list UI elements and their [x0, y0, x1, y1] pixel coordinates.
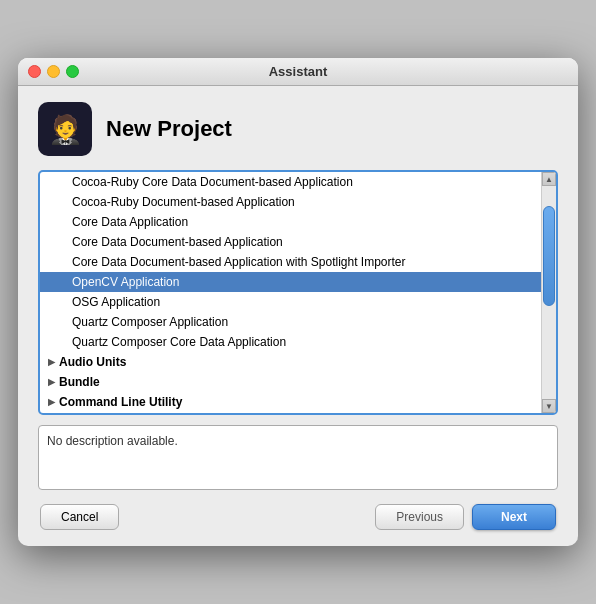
- list-item[interactable]: Cocoa-Ruby Core Data Document-based Appl…: [40, 172, 541, 192]
- collapse-icon: ▶: [48, 377, 55, 387]
- scroll-up-button[interactable]: ▲: [542, 172, 556, 186]
- list-item[interactable]: Core Data Document-based Application wit…: [40, 252, 541, 272]
- scroll-down-button[interactable]: ▼: [542, 399, 556, 413]
- list-scroll-area[interactable]: Cocoa-Ruby Core Data Document-based Appl…: [40, 172, 541, 413]
- next-button[interactable]: Next: [472, 504, 556, 530]
- list-item-opencv[interactable]: OpenCV Application: [40, 272, 541, 292]
- collapse-icon: ▶: [48, 357, 55, 367]
- collapse-icon: ▶: [48, 397, 55, 407]
- list-item[interactable]: OSG Application: [40, 292, 541, 312]
- list-group-bundle[interactable]: ▶ Bundle: [40, 372, 541, 392]
- minimize-button[interactable]: [47, 65, 60, 78]
- description-text: No description available.: [47, 434, 178, 448]
- scrollbar-thumb[interactable]: [543, 206, 555, 306]
- button-row: Cancel Previous Next: [38, 504, 558, 530]
- list-item[interactable]: Cocoa-Ruby Document-based Application: [40, 192, 541, 212]
- list-item[interactable]: Core Data Document-based Application: [40, 232, 541, 252]
- tuxedo-icon: 🤵: [48, 113, 83, 146]
- maximize-button[interactable]: [66, 65, 79, 78]
- project-type-list[interactable]: Cocoa-Ruby Core Data Document-based Appl…: [38, 170, 558, 415]
- page-title: New Project: [106, 116, 232, 142]
- list-group-audio-units[interactable]: ▶ Audio Units: [40, 352, 541, 372]
- cancel-button[interactable]: Cancel: [40, 504, 119, 530]
- main-content: 🤵 New Project Cocoa-Ruby Core Data Docum…: [18, 86, 578, 546]
- window-title: Assistant: [269, 64, 328, 79]
- close-button[interactable]: [28, 65, 41, 78]
- page-header: 🤵 New Project: [38, 102, 558, 156]
- description-area: No description available.: [38, 425, 558, 490]
- nav-buttons: Previous Next: [375, 504, 556, 530]
- scrollbar-track-area[interactable]: [542, 186, 556, 399]
- list-item[interactable]: Core Data Application: [40, 212, 541, 232]
- header-icon: 🤵: [38, 102, 92, 156]
- list-item-quartz-composer[interactable]: Quartz Composer Application: [40, 312, 541, 332]
- previous-button[interactable]: Previous: [375, 504, 464, 530]
- list-group-dynamic-library[interactable]: ▶ Dynamic Library: [40, 412, 541, 413]
- traffic-lights: [28, 65, 79, 78]
- list-item[interactable]: Quartz Composer Core Data Application: [40, 332, 541, 352]
- titlebar: Assistant: [18, 58, 578, 86]
- scrollbar[interactable]: ▲ ▼: [541, 172, 556, 413]
- window: Assistant 🤵 New Project Cocoa-Ruby Core …: [18, 58, 578, 546]
- list-group-command-line[interactable]: ▶ Command Line Utility: [40, 392, 541, 412]
